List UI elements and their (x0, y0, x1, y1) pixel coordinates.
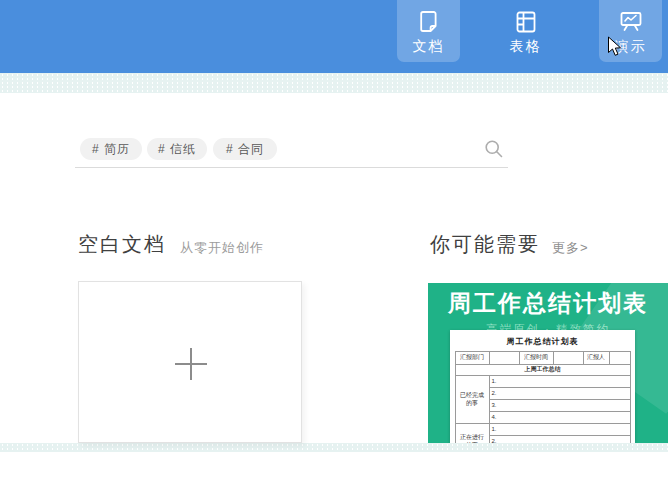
template-table: 汇报部门 汇报时间 汇报人 上周工作总结 已经完成 的事 1. 2. 3. 4.… (455, 351, 631, 443)
search-tag-resume[interactable]: # 简历 (80, 138, 142, 160)
table-row: 正在进行 的事 1. (455, 424, 630, 436)
tab-documents-label: 文档 (413, 38, 445, 56)
search-underline (75, 167, 508, 168)
template-banner-title: 周工作总结计划表 (428, 288, 668, 319)
template-paper-preview: 周工作总结计划表 汇报部门 汇报时间 汇报人 上周工作总结 已经完成 的事 1. (450, 330, 635, 443)
document-icon (415, 8, 443, 36)
tab-spreadsheets-label: 表格 (510, 38, 542, 56)
search-tag-letterhead[interactable]: # 信纸 (147, 138, 207, 160)
table-row: 上周工作总结 (455, 365, 630, 376)
table-row: 已经完成 的事 1. (455, 376, 630, 388)
search-icon[interactable] (484, 139, 504, 159)
more-link[interactable]: 更多> (552, 239, 589, 257)
background-strip-top (0, 73, 668, 93)
recommend-section-title: 你可能需要 (430, 231, 540, 258)
app-header: 文档 表格 演示 (0, 0, 668, 73)
background-strip-bottom (0, 443, 668, 452)
template-card[interactable]: 周工作总结计划表 高端原创 · 精致简约 周工作总结计划表 汇报部门 汇报时间 … (428, 283, 668, 443)
new-blank-document-card[interactable] (78, 281, 302, 443)
blank-section-subtitle: 从零开始创作 (180, 239, 264, 257)
table-row: 汇报部门 汇报时间 汇报人 (455, 352, 630, 365)
template-paper-title: 周工作总结计划表 (450, 336, 635, 347)
mouse-cursor (607, 36, 624, 58)
tab-spreadsheets[interactable]: 表格 (494, 0, 557, 62)
blank-section-title: 空白文档 (78, 231, 166, 258)
presentation-icon (617, 8, 645, 36)
search-tag-contract[interactable]: # 合同 (213, 138, 277, 160)
spreadsheet-icon (512, 8, 540, 36)
plus-icon (175, 348, 207, 380)
tab-documents[interactable]: 文档 (397, 0, 460, 62)
